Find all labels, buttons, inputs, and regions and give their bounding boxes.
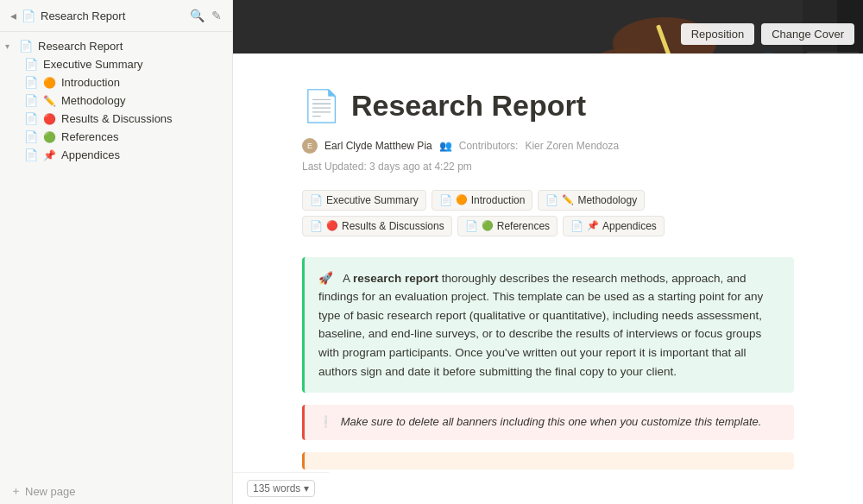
rocket-icon: 🚀	[318, 272, 333, 285]
sidebar-page-icon: 📄	[22, 9, 35, 22]
page-body: 📄 Research Report E Earl Clyde Matthew P…	[233, 54, 863, 504]
item-emoji: 🟢	[43, 131, 56, 143]
page-icon: 📄	[24, 76, 38, 89]
subpage-label: Methodology	[577, 194, 637, 206]
subpage-references[interactable]: 📄 🟢 References	[457, 216, 557, 236]
item-emoji: 📌	[43, 149, 56, 161]
subpage-label: Results & Discussions	[342, 220, 444, 232]
sidebar-item-label: Introduction	[61, 76, 120, 89]
plus-icon: ＋	[10, 483, 22, 499]
subpage-label: References	[497, 220, 550, 232]
avatar: E	[302, 138, 318, 154]
sidebar-title: Research Report	[41, 9, 185, 22]
sidebar-item-executive-summary[interactable]: 📄 Executive Summary	[0, 55, 232, 73]
contributors-names[interactable]: Kier Zoren Mendoza	[525, 140, 619, 152]
sidebar-item-label: Research Report	[38, 40, 123, 53]
subpage-results-discussions[interactable]: 📄 🔴 Results & Discussions	[302, 216, 452, 236]
page-icon: 📄	[439, 194, 452, 206]
main-content: %08 Reposition Change Cover 📄 Research R…	[233, 0, 863, 504]
subpage-emoji: ✏️	[562, 194, 574, 205]
page-icon: 📄	[570, 220, 583, 232]
sidebar-tree: ▾ 📄 Research Report 📄 Executive Summary …	[0, 32, 232, 478]
subpage-emoji: 🔴	[326, 220, 338, 231]
page-icon: 📄	[310, 220, 323, 232]
more-icon[interactable]: ✎	[211, 9, 222, 22]
sidebar-item-label: Results & Discussions	[61, 112, 173, 125]
reposition-button[interactable]: Reposition	[681, 23, 754, 45]
last-updated: Last Updated: 3 days ago at 4:22 pm	[302, 161, 472, 173]
sidebar-header: ◂ 📄 Research Report 🔍 ✎	[0, 0, 232, 32]
callout-bold-text: research report	[353, 272, 438, 285]
page-icon: 📄	[24, 148, 38, 161]
callout-green: 🚀 A research report thoroughly describes…	[302, 257, 794, 394]
subpage-executive-summary[interactable]: 📄 Executive Summary	[302, 190, 426, 211]
sidebar-item-introduction[interactable]: 📄 🟠 Introduction	[0, 73, 232, 91]
subpage-emoji: 🟢	[482, 220, 494, 231]
status-bar: 135 words ▾	[233, 472, 329, 504]
page-meta: E Earl Clyde Matthew Pia 👥 Contributors:…	[302, 138, 794, 173]
callout-text-before: A	[343, 272, 353, 285]
item-emoji: ✏️	[43, 95, 56, 107]
word-count-value: 135 words	[253, 482, 300, 495]
subpage-emoji: 🟠	[456, 194, 468, 205]
svg-rect-21	[807, 52, 859, 54]
cover-image-area: %08 Reposition Change Cover	[233, 0, 863, 54]
subpage-label: Introduction	[471, 194, 526, 206]
page-icon: 📄	[310, 194, 323, 206]
page-icon: 📄	[465, 220, 478, 232]
callout-text-after: thoroughly describes the research method…	[318, 272, 763, 378]
contributors-label: Contributors:	[459, 140, 519, 152]
chevron-down-icon: ▾	[304, 482, 309, 495]
contributors-icon: 👥	[439, 140, 452, 152]
page-icon: 📄	[24, 130, 38, 143]
sidebar-item-research-report[interactable]: ▾ 📄 Research Report	[0, 37, 232, 55]
subpage-label: Appendices	[602, 220, 657, 232]
page-icon: 📄	[19, 40, 33, 53]
sidebar-item-references[interactable]: 📄 🟢 References	[0, 128, 232, 146]
callout-orange	[302, 452, 794, 469]
callout-red-text: Make sure to delete all banners includin…	[341, 415, 762, 428]
page-emoji: 📄	[302, 88, 341, 124]
page-icon: 📄	[545, 194, 558, 206]
subpage-methodology[interactable]: 📄 ✏️ Methodology	[538, 190, 645, 211]
new-page-label: New page	[25, 485, 76, 498]
sidebar-item-label: Appendices	[61, 148, 120, 161]
subpage-emoji: 📌	[587, 220, 599, 231]
page-icon: 📄	[24, 94, 38, 107]
item-emoji: 🔴	[43, 113, 56, 125]
sidebar-item-label: References	[61, 130, 118, 143]
item-emoji: 🟠	[43, 77, 56, 89]
word-count-select[interactable]: 135 words ▾	[247, 480, 315, 497]
new-page-button[interactable]: ＋ New page	[0, 478, 232, 504]
page-title: Research Report	[351, 89, 586, 123]
page-icon: 📄	[24, 58, 38, 71]
page-title-row: 📄 Research Report	[302, 88, 794, 124]
subpage-introduction[interactable]: 📄 🟠 Introduction	[432, 190, 533, 211]
warning-icon: ❕	[318, 415, 332, 428]
author-name[interactable]: Earl Clyde Matthew Pia	[324, 140, 432, 152]
sidebar-header-actions: 🔍 ✎	[190, 9, 222, 22]
cover-buttons: Reposition Change Cover	[681, 23, 854, 45]
page-icon: 📄	[24, 112, 38, 125]
sidebar-item-appendices[interactable]: 📄 📌 Appendices	[0, 146, 232, 164]
change-cover-button[interactable]: Change Cover	[761, 23, 854, 45]
chevron-down-icon: ▾	[5, 41, 16, 51]
callout-red: ❕ Make sure to delete all banners includ…	[302, 405, 794, 440]
sidebar-item-results-discussions[interactable]: 📄 🔴 Results & Discussions	[0, 110, 232, 128]
subpage-label: Executive Summary	[326, 194, 419, 206]
sidebar-item-label: Methodology	[61, 94, 125, 107]
sidebar-item-methodology[interactable]: 📄 ✏️ Methodology	[0, 91, 232, 110]
sidebar: ◂ 📄 Research Report 🔍 ✎ ▾ 📄 Research Rep…	[0, 0, 233, 504]
sidebar-item-label: Executive Summary	[43, 58, 143, 71]
subpage-appendices[interactable]: 📄 📌 Appendices	[563, 216, 665, 236]
subpages-row: 📄 Executive Summary 📄 🟠 Introduction 📄 ✏…	[302, 190, 794, 236]
search-icon[interactable]: 🔍	[190, 9, 205, 22]
sidebar-collapse-icon[interactable]: ◂	[10, 9, 16, 22]
